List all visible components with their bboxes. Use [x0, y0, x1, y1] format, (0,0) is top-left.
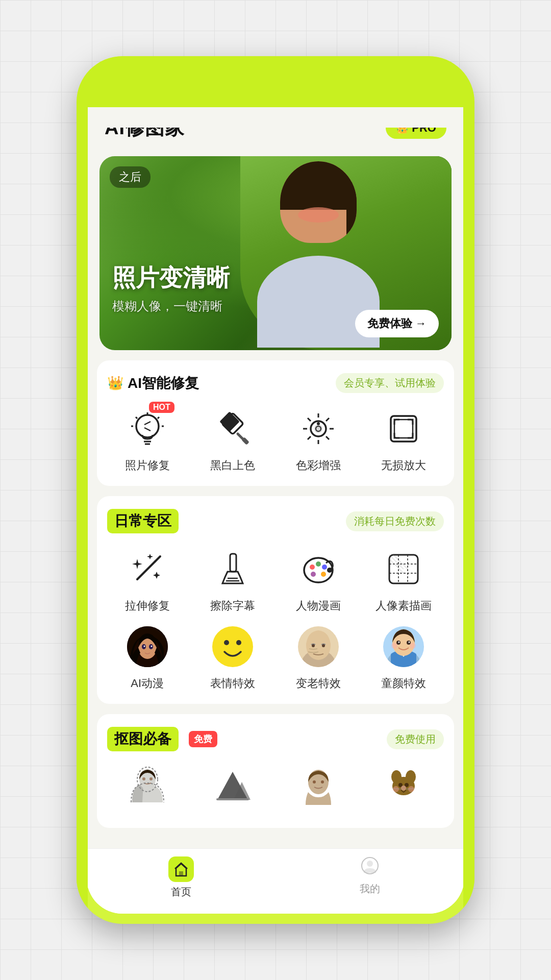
anime-woman-icon	[127, 626, 168, 667]
profile-icon	[361, 856, 379, 875]
daily-item-5-label: 表情特效	[210, 676, 255, 691]
hero-text-area: 照片变清晰 模糊人像，一键清晰	[112, 262, 230, 314]
svg-point-49	[151, 646, 152, 647]
ai-item-2-label: 色彩增强	[296, 458, 341, 473]
svg-point-80	[401, 786, 406, 791]
svg-point-52	[236, 640, 241, 645]
svg-point-48	[143, 646, 145, 647]
svg-point-67	[149, 777, 153, 780]
cutout-icons-row	[107, 764, 444, 815]
ai-section-header: 👑 AI智能修复 会员专享、试用体验	[107, 373, 444, 393]
daily-item-age[interactable]: 变老特效	[278, 624, 359, 691]
home-icon	[173, 862, 189, 877]
cutout-item-portrait[interactable]	[107, 764, 188, 810]
daily-item-0-label: 拉伸修复	[125, 598, 170, 614]
cutout-item-head[interactable]	[278, 764, 359, 810]
ai-section-badge: 会员专享、试用体验	[336, 373, 444, 393]
elderly-icon	[298, 626, 339, 667]
anime-avatar	[127, 626, 168, 667]
ai-item-enlarge[interactable]: 无损放大	[364, 406, 444, 473]
svg-point-62	[409, 642, 410, 643]
nav-item-profile[interactable]: 我的	[276, 856, 464, 899]
hero-banner[interactable]: 之后 照片变清晰 模糊人像，一键清晰 免费体验 →	[99, 156, 452, 350]
portrait-icon-wrap	[124, 764, 170, 810]
cutout-item-object[interactable]	[193, 764, 273, 810]
nav-item-home[interactable]: 首页	[87, 856, 276, 899]
bottom-navigation: 首页 我的	[87, 848, 464, 912]
erase-icon-wrap	[210, 546, 256, 592]
age-icon-wrap	[295, 624, 341, 670]
svg-line-19	[308, 418, 311, 421]
daily-item-3-label: 人像素描画	[375, 598, 432, 614]
cutout-section: 抠图必备 免费 免费使用	[97, 714, 454, 828]
daily-title: 日常专区	[107, 509, 179, 533]
svg-point-38	[327, 568, 332, 573]
daily-item-1-label: 擦除字幕	[210, 598, 255, 614]
animal-icon-wrap	[381, 764, 427, 810]
youth-icon-wrap	[381, 624, 427, 670]
ai-item-photo-repair[interactable]: HOT 照片修复	[107, 406, 188, 473]
svg-line-9	[144, 428, 151, 431]
daily-item-erase[interactable]: 擦除字幕	[193, 546, 273, 614]
smile-face-icon	[212, 626, 253, 667]
child-icon	[383, 626, 424, 667]
ai-feature-grid: HOT 照片修复	[107, 406, 444, 473]
daily-item-stretch[interactable]: 拉伸修复	[107, 546, 188, 614]
colorize-icon-wrap	[210, 406, 256, 452]
expand-icon	[383, 408, 424, 449]
expression-icon-wrap	[210, 624, 256, 670]
left-accent	[77, 107, 88, 914]
svg-point-84	[408, 786, 414, 792]
daily-item-comic[interactable]: 人物漫画	[278, 546, 359, 614]
cutout-section-header: 抠图必备 免费 免费使用	[107, 727, 444, 751]
svg-point-87	[367, 861, 373, 867]
hero-subtitle: 模糊人像，一键清晰	[112, 298, 230, 314]
paint-diamond-icon	[212, 408, 253, 449]
home-nav-icon	[168, 856, 194, 882]
ai-item-colorize[interactable]: 黑白上色	[193, 406, 273, 473]
photo-repair-icon-wrap: HOT	[124, 406, 170, 452]
animal-silhouette-icon	[383, 767, 424, 807]
child-face-icon	[383, 626, 424, 667]
cutout-title: 抠图必备	[107, 727, 179, 751]
svg-point-77	[406, 770, 416, 783]
person-head	[280, 161, 357, 243]
try-free-button[interactable]: 免费体验 →	[355, 310, 439, 337]
svg-point-35	[322, 565, 327, 570]
daily-item-anime[interactable]: AI动漫	[107, 624, 188, 691]
person-hair-side	[346, 182, 357, 243]
svg-point-63	[391, 643, 397, 649]
ai-title-text: AI智能修复	[128, 374, 199, 393]
cutout-header-title-area: 抠图必备 免费	[107, 727, 217, 751]
svg-point-76	[391, 770, 402, 783]
daily-item-4-label: AI动漫	[131, 676, 164, 691]
svg-point-24	[317, 422, 320, 425]
bottom-bar-area	[87, 912, 464, 914]
nav-profile-label: 我的	[360, 882, 380, 896]
daily-item-youth[interactable]: 童颜特效	[364, 624, 444, 691]
svg-line-22	[308, 436, 311, 439]
object-icon-wrap	[210, 764, 256, 810]
daily-item-6-label: 变老特效	[296, 676, 341, 691]
ai-item-3-label: 无损放大	[381, 458, 426, 473]
svg-rect-29	[230, 554, 236, 572]
ai-section-title: 👑 AI智能修复	[107, 374, 199, 393]
svg-point-66	[142, 777, 145, 780]
ai-item-enhance[interactable]: 色彩增强	[278, 406, 359, 473]
svg-point-61	[398, 642, 400, 643]
daily-badge: 消耗每日免费次数	[346, 511, 444, 531]
screen-content[interactable]: AI修图家 👑 PRO	[87, 97, 464, 914]
svg-point-51	[224, 640, 229, 645]
svg-line-21	[326, 418, 329, 421]
daily-item-7-label: 童颜特效	[381, 676, 426, 691]
cutout-item-animal[interactable]	[364, 764, 444, 810]
svg-point-56	[322, 644, 325, 647]
head-silhouette-icon	[298, 767, 339, 807]
daily-feature-grid: 拉伸修复 擦	[107, 546, 444, 691]
daily-item-sketch[interactable]: 人像素描画	[364, 546, 444, 614]
stretch-icon-wrap	[124, 546, 170, 592]
old-face-icon	[298, 626, 339, 667]
svg-point-83	[393, 786, 399, 792]
daily-item-expression[interactable]: 表情特效	[193, 624, 273, 691]
svg-line-4	[136, 417, 137, 419]
